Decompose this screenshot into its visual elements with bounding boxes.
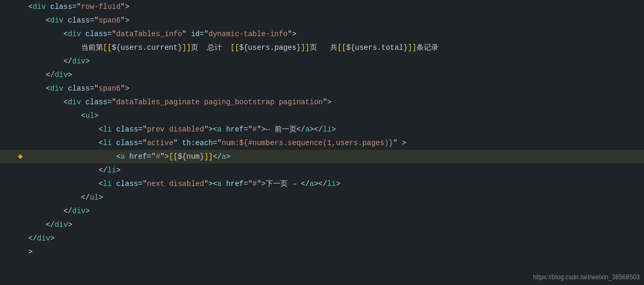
code-line-14: <li class="next disabled"><a href="#">下一… <box>0 177 644 191</box>
line-content-8: <div class="dataTables_paginate paging_b… <box>26 96 644 108</box>
code-area: <div class="row-fluid"> <div class="span… <box>0 0 644 285</box>
line-content-13: </li> <box>26 164 644 177</box>
code-line-6: </div> <box>0 68 644 82</box>
code-line-19: > <box>0 245 644 259</box>
code-line-13: </li> <box>0 163 644 177</box>
code-line-7: <div class="span6"> <box>0 82 644 95</box>
line-content-12: <a href="#">[[${num}]]</a> <box>26 150 644 163</box>
line-content-15: </ul> <box>26 191 644 204</box>
code-line-16: </div> <box>0 204 644 218</box>
line-content-14: <li class="next disabled"><a href="#">下一… <box>26 178 644 190</box>
code-line-17: </div> <box>0 218 644 232</box>
code-line-3: <div class="dataTables_info" id="dynamic… <box>0 27 644 41</box>
line-content-11: <li class="active" th:each="num:${#numbe… <box>26 137 644 149</box>
line-content-6: </div> <box>26 69 644 81</box>
line-arrow-12: ◆ <box>17 150 26 163</box>
line-content-2: <div class="span6"> <box>26 14 644 27</box>
code-line-5: </div> <box>0 54 644 68</box>
code-line-1: <div class="row-fluid"> <box>0 0 644 14</box>
line-content-7: <div class="span6"> <box>26 82 644 95</box>
line-content-17: </div> <box>26 218 644 231</box>
line-content-3: <div class="dataTables_info" id="dynamic… <box>26 28 644 40</box>
watermark: https://blog.csdn.net/weixin_38568503 <box>533 273 640 281</box>
code-line-2: <div class="span6"> <box>0 14 644 27</box>
line-content-1: <div class="row-fluid"> <box>26 1 644 13</box>
line-content-4: 当前第[[${users.current}]]页 总计 [[${users.pa… <box>26 41 644 54</box>
line-content-10: <li class="prev disabled"><a href="#">← … <box>26 123 644 136</box>
code-line-15: </ul> <box>0 191 644 204</box>
code-line-18: </div> <box>0 232 644 245</box>
code-line-12: ◆ <a href="#">[[${num}]]</a> <box>0 150 644 163</box>
line-content-18: </div> <box>26 232 644 245</box>
code-line-4: 当前第[[${users.current}]]页 总计 [[${users.pa… <box>0 41 644 54</box>
code-line-9: <ul> <box>0 109 644 123</box>
code-line-11: <li class="active" th:each="num:${#numbe… <box>0 136 644 150</box>
line-content-5: </div> <box>26 55 644 68</box>
code-line-10: <li class="prev disabled"><a href="#">← … <box>0 123 644 136</box>
line-content-19: > <box>26 246 644 258</box>
code-line-8: <div class="dataTables_paginate paging_b… <box>0 95 644 109</box>
line-content-9: <ul> <box>26 109 644 122</box>
line-content-16: </div> <box>26 205 644 217</box>
editor-container: <div class="row-fluid"> <div class="span… <box>0 0 644 285</box>
